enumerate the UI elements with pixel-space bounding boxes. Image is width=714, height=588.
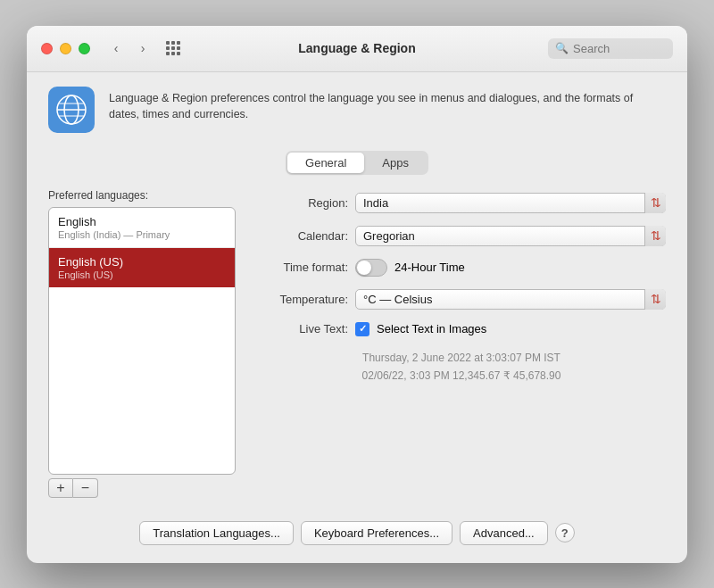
language-item-english-us[interactable]: English (US) English (US) [49,248,235,287]
banner-description: Language & Region preferences control th… [109,87,666,124]
live-text-checkbox-row: ✓ Select Text in Images [355,322,486,336]
minimize-button[interactable] [60,43,71,54]
region-label: Region: [257,196,355,210]
temperature-select[interactable]: °C — Celsius [355,289,666,310]
search-input[interactable] [573,42,666,55]
preferred-languages-label: Preferred languages: [48,189,236,202]
region-select-wrapper: India ⇅ [355,193,666,213]
language-panel: Preferred languages: English English (In… [48,189,236,498]
preview-box: Thursday, 2 June 2022 at 3:03:07 PM IST … [257,349,666,385]
forward-button[interactable]: › [131,39,154,57]
remove-language-button[interactable]: − [73,478,98,498]
bottom-bar: Translation Languages... Keyboard Prefer… [27,512,687,563]
calendar-control: Gregorian ⇅ [355,226,666,246]
list-controls: + − [48,478,236,498]
main-window: ‹ › Language & Region 🔍 [27,26,687,563]
traffic-lights [41,43,90,54]
region-control: India ⇅ [355,193,666,213]
back-button[interactable]: ‹ [104,39,128,57]
help-button[interactable]: ? [555,523,575,542]
language-name-selected: English (US) [58,255,226,269]
calendar-select[interactable]: Gregorian [355,226,666,246]
tab-general[interactable]: General [287,153,364,173]
search-box[interactable]: 🔍 [548,38,673,59]
live-text-checkbox[interactable]: ✓ [355,322,369,336]
time-format-row: Time format: 24-Hour Time [257,259,666,277]
banner: Language & Region preferences control th… [27,72,687,147]
window-title: Language & Region [298,41,415,55]
region-select[interactable]: India [355,193,666,213]
temperature-control: °C — Celsius ⇅ [355,289,666,310]
keyboard-preferences-button[interactable]: Keyboard Preferences... [301,521,452,545]
temperature-row: Temperature: °C — Celsius ⇅ [257,289,666,310]
calendar-select-wrapper: Gregorian ⇅ [355,226,666,246]
time-format-control: 24-Hour Time [355,259,666,277]
zoom-button[interactable] [79,43,90,54]
temperature-select-wrapper: °C — Celsius ⇅ [355,289,666,310]
time-format-label: Time format: [257,261,355,274]
live-text-label: Live Text: [257,322,355,335]
preview-line1: Thursday, 2 June 2022 at 3:03:07 PM IST [257,349,666,367]
settings-panel: Region: India ⇅ Calendar: Grego [257,189,666,498]
live-text-checkbox-label: Select Text in Images [377,322,486,335]
tabs: General Apps [286,151,428,175]
tabs-container: General Apps [27,147,687,186]
calendar-row: Calendar: Gregorian ⇅ [257,226,666,246]
live-text-row: Live Text: ✓ Select Text in Images [257,322,666,336]
search-icon: 🔍 [555,42,569,54]
temperature-label: Temperature: [257,293,355,306]
translation-languages-button[interactable]: Translation Languages... [139,521,294,545]
live-text-control: ✓ Select Text in Images [355,322,666,336]
advanced-button[interactable]: Advanced... [460,521,548,545]
nav-buttons: ‹ › [104,39,154,57]
language-item-english-india[interactable]: English English (India) — Primary [49,208,235,248]
titlebar: ‹ › Language & Region 🔍 [27,26,687,72]
region-row: Region: India ⇅ [257,193,666,213]
close-button[interactable] [41,43,53,54]
time-format-toggle[interactable] [355,259,387,277]
time-format-toggle-row: 24-Hour Time [355,259,465,277]
checkmark-icon: ✓ [359,323,367,335]
tab-apps[interactable]: Apps [364,153,427,173]
preview-line2: 02/06/22, 3:03 PM 12,345.67 ₹ 45,678.90 [257,367,666,385]
language-sub-selected: English (US) [58,269,226,280]
grid-button[interactable] [162,39,185,57]
language-name: English [58,215,226,228]
globe-icon [48,87,95,133]
language-sub: English (India) — Primary [58,229,226,240]
main-content: Preferred languages: English English (In… [27,186,687,512]
time-format-toggle-label: 24-Hour Time [394,261,465,274]
calendar-label: Calendar: [257,229,355,243]
language-list: English English (India) — Primary Englis… [48,207,236,475]
add-language-button[interactable]: + [48,478,73,498]
